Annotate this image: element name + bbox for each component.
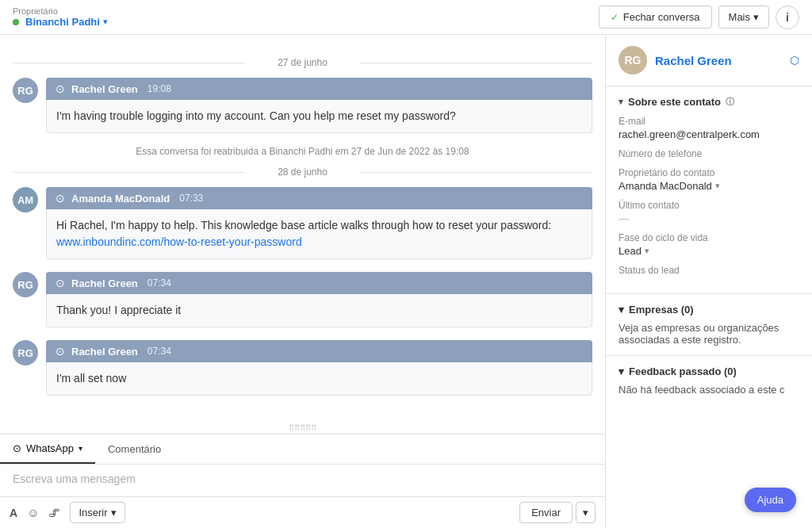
message-header: ⊙ Rachel Green 07:34 <box>46 272 592 294</box>
info-icon[interactable]: ⓘ <box>726 96 734 108</box>
sender-name: Amanda MacDonald <box>71 193 170 205</box>
about-section-header[interactable]: ▾ Sobre este contato ⓘ <box>619 96 799 108</box>
check-icon: ✓ <box>611 12 619 23</box>
send-chevron-icon: ▾ <box>583 507 588 518</box>
contact-header-left: RG Rachel Green <box>619 46 732 75</box>
chevron-down-icon: ▾ <box>619 365 624 377</box>
sender-name: Rachel Green <box>71 277 138 289</box>
last-contact-label: Último contato <box>619 200 799 211</box>
feedback-section-header[interactable]: ▾ Feedback passado (0) <box>619 365 799 377</box>
contact-owner-label: Proprietário do contato <box>619 167 799 178</box>
whatsapp-icon: ⊙ <box>56 192 65 205</box>
chevron-down-icon: ▾ <box>619 304 624 316</box>
message-block: RG ⊙ Rachel Green 07:34 I'm all set now <box>13 340 592 396</box>
paperclip-icon: 🖇 <box>48 506 60 519</box>
last-contact-value: — <box>619 212 799 224</box>
companies-section-header[interactable]: ▾ Empresas (0) <box>619 304 799 316</box>
about-contact-section: ▾ Sobre este contato ⓘ E-mail rachel.gre… <box>606 86 812 294</box>
emoji-icon: ☺ <box>27 506 39 519</box>
contact-name: Rachel Green <box>655 54 732 67</box>
owner-dropdown-chevron[interactable]: ▾ <box>103 17 108 27</box>
resize-handle[interactable]: ⠿⠿⠿⠿⠿ <box>0 422 605 434</box>
avatar: RG <box>13 340 38 365</box>
message-block: RG ⊙ Rachel Green 07:34 Thank you! I app… <box>13 272 592 327</box>
last-contact-field-row: Último contato — <box>619 200 799 224</box>
contact-header: RG Rachel Green ⬡ <box>606 35 812 86</box>
contact-owner-field-row: Proprietário do contato Amanda MacDonald… <box>619 167 799 192</box>
phone-label: Número de telefone <box>619 148 799 159</box>
right-sidebar: RG Rachel Green ⬡ ▾ Sobre este contato ⓘ… <box>606 35 812 528</box>
chat-panel: 27 de junho RG ⊙ Rachel Green 19:08 I'm … <box>0 35 606 528</box>
lifecycle-dropdown-icon[interactable]: ▾ <box>645 246 649 256</box>
avatar: RG <box>13 272 38 297</box>
message-body: Hi Rachel, I'm happy to help. This knowl… <box>46 209 592 259</box>
chat-messages: 27 de junho RG ⊙ Rachel Green 19:08 I'm … <box>0 35 605 422</box>
message-input-area[interactable]: Escreva uma mensagem <box>0 465 605 496</box>
owner-name: Binanchi Padhi <box>25 16 100 28</box>
message-block: AM ⊙ Amanda MacDonald 07:33 Hi Rachel, I… <box>13 187 592 259</box>
whatsapp-icon: ⊙ <box>56 277 65 289</box>
chevron-down-icon: ▾ <box>619 97 623 107</box>
owner-dropdown-icon[interactable]: ▾ <box>715 181 720 191</box>
sender-name: Rachel Green <box>71 83 138 95</box>
reassign-notice: Essa conversa foi reatribuida a Binanchi… <box>13 146 592 157</box>
message-time: 07:34 <box>147 346 171 357</box>
sender-name: Rachel Green <box>71 346 138 358</box>
footer-left-actions: A ☺ 🖇 Inserir ▾ <box>10 502 125 523</box>
message-header: ⊙ Rachel Green 07:34 <box>46 340 592 362</box>
tab-comment[interactable]: Comentário <box>95 434 174 464</box>
message-header: ⊙ Amanda MacDonald 07:33 <box>46 187 592 209</box>
chevron-down-icon: ▾ <box>753 11 759 23</box>
whatsapp-icon: ⊙ <box>56 82 65 95</box>
lifecycle-field-row: Fase do ciclo de vida Lead ▾ <box>619 232 799 257</box>
lead-status-field-row: Status do lead <box>619 265 799 276</box>
avatar: AM <box>13 187 38 212</box>
owner-info: Proprietário Binanchi Padhi ▾ <box>13 6 108 28</box>
external-link-icon[interactable]: ⬡ <box>790 54 799 67</box>
message-link[interactable]: www.inboundinc.com/how-to-reset-your-pas… <box>56 235 302 248</box>
top-bar-actions: ✓ Fechar conversa Mais ▾ i <box>599 6 799 29</box>
feedback-description: Não há feedback associado a este c <box>619 384 799 396</box>
send-dropdown-button[interactable]: ▾ <box>576 502 596 523</box>
owner-label: Proprietário <box>13 6 108 16</box>
whatsapp-tab-icon: ⊙ <box>13 442 21 454</box>
contact-owner-value: Amanda MacDonald ▾ <box>619 180 799 192</box>
companies-section: ▾ Empresas (0) Veja as empresas ou organ… <box>606 294 812 356</box>
date-divider-1: 27 de junho <box>13 57 592 68</box>
bold-button[interactable]: A <box>10 507 17 519</box>
email-field-row: E-mail rachel.green@centralperk.com <box>619 116 799 140</box>
insert-button[interactable]: Inserir ▾ <box>70 502 124 523</box>
help-button[interactable]: Ajuda <box>745 488 796 512</box>
info-button[interactable]: i <box>776 6 799 29</box>
send-button[interactable]: Enviar <box>519 502 573 523</box>
message-body: I'm all set now <box>46 362 592 396</box>
avatar: RG <box>13 78 38 103</box>
chat-footer: ⊙ WhatsApp ▾ Comentário Escreva uma mens… <box>0 434 605 528</box>
phone-field-row: Número de telefone <box>619 148 799 159</box>
email-label: E-mail <box>619 116 799 127</box>
message-body: I'm having trouble logging into my accou… <box>46 100 592 133</box>
top-bar: Proprietário Binanchi Padhi ▾ ✓ Fechar c… <box>0 0 812 35</box>
more-button[interactable]: Mais ▾ <box>718 6 769 29</box>
lifecycle-label: Fase do ciclo de vida <box>619 232 799 243</box>
close-conversation-button[interactable]: ✓ Fechar conversa <box>599 6 712 29</box>
tab-whatsapp[interactable]: ⊙ WhatsApp ▾ <box>0 434 95 464</box>
main-layout: 27 de junho RG ⊙ Rachel Green 19:08 I'm … <box>0 35 812 528</box>
lead-status-label: Status do lead <box>619 265 799 276</box>
lifecycle-value: Lead ▾ <box>619 245 799 257</box>
contact-avatar: RG <box>619 46 647 75</box>
message-header: ⊙ Rachel Green 19:08 <box>46 78 592 100</box>
message-time: 19:08 <box>147 83 171 94</box>
emoji-button[interactable]: ☺ <box>27 506 39 519</box>
email-value: rachel.green@centralperk.com <box>619 128 799 140</box>
whatsapp-tab-chevron[interactable]: ▾ <box>79 444 82 453</box>
footer-tabs: ⊙ WhatsApp ▾ Comentário <box>0 434 605 465</box>
attachment-button[interactable]: 🖇 <box>48 506 60 519</box>
bold-icon: A <box>10 507 17 519</box>
footer-actions: A ☺ 🖇 Inserir ▾ Enviar <box>0 496 605 528</box>
message-body: Thank you! I appreciate it <box>46 294 592 327</box>
footer-right-actions: Enviar ▾ <box>519 502 596 523</box>
input-placeholder: Escreva uma mensagem <box>13 473 136 485</box>
message-time: 07:33 <box>179 193 203 204</box>
message-time: 07:34 <box>147 277 171 289</box>
